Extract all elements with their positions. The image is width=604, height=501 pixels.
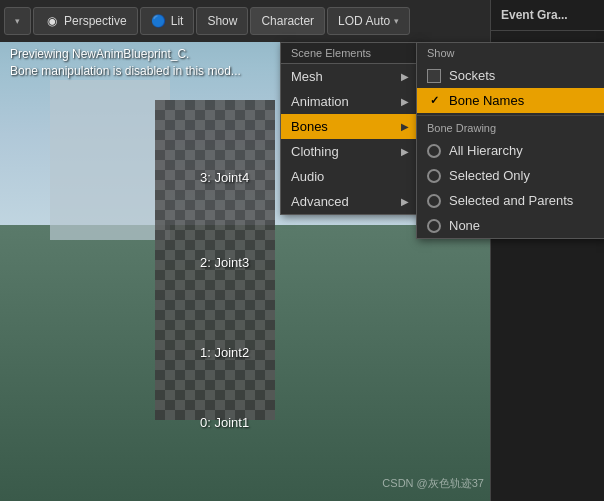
mesh-arrow-icon: ▶ [401, 71, 409, 82]
checkmark-icon: ✓ [430, 94, 439, 107]
perspective-button[interactable]: ◉ Perspective [33, 7, 138, 35]
submenu-item-bone-names[interactable]: ✓ Bone Names [417, 88, 604, 113]
joint-label-1: 1: Joint2 [200, 345, 249, 360]
sockets-checkbox[interactable] [427, 69, 441, 83]
right-panel-title: Event Gra... [491, 0, 604, 31]
bones-arrow-icon: ▶ [401, 121, 409, 132]
sockets-label: Sockets [449, 68, 495, 83]
menu-item-audio[interactable]: Audio [281, 164, 419, 189]
animation-arrow-icon: ▶ [401, 96, 409, 107]
lit-icon: 🔵 [151, 13, 167, 29]
divider-1 [417, 115, 604, 116]
menu-item-advanced[interactable]: Advanced ▶ [281, 189, 419, 214]
status-line1: Previewing NewAnimBlueprint_C. [10, 46, 241, 63]
dropdown-arrow-icon: ▾ [15, 16, 20, 26]
character-button[interactable]: Character [250, 7, 325, 35]
submenu-item-sockets[interactable]: Sockets [417, 63, 604, 88]
menu-item-bones-label: Bones [291, 119, 328, 134]
all-hierarchy-radio[interactable] [427, 144, 441, 158]
submenu-item-none[interactable]: None [417, 213, 604, 238]
joint-label-3: 3: Joint4 [200, 170, 249, 185]
toolbar: ▾ ◉ Perspective 🔵 Lit Show Character LOD… [0, 0, 490, 42]
menu-item-audio-label: Audio [291, 169, 324, 184]
selected-only-label: Selected Only [449, 168, 530, 183]
menu-item-clothing-label: Clothing [291, 144, 339, 159]
menu-item-mesh-label: Mesh [291, 69, 323, 84]
selected-and-parents-label: Selected and Parents [449, 193, 573, 208]
submenu-item-selected-and-parents[interactable]: Selected and Parents [417, 188, 604, 213]
menu-item-animation-label: Animation [291, 94, 349, 109]
lit-label: Lit [171, 14, 184, 28]
show-section-label: Show [417, 43, 604, 63]
lod-label: LOD Auto [338, 14, 390, 28]
perspective-icon: ◉ [44, 13, 60, 29]
menu-item-mesh[interactable]: Mesh ▶ [281, 64, 419, 89]
scene-menu-header: Scene Elements [281, 43, 419, 64]
bone-names-checkbox[interactable]: ✓ [427, 94, 441, 108]
submenu-item-selected-only[interactable]: Selected Only [417, 163, 604, 188]
character-label: Character [261, 14, 314, 28]
status-text: Previewing NewAnimBlueprint_C. Bone mani… [10, 46, 241, 80]
all-hierarchy-label: All Hierarchy [449, 143, 523, 158]
joint-label-0: 0: Joint1 [200, 415, 249, 430]
lit-button[interactable]: 🔵 Lit [140, 7, 195, 35]
selected-and-parents-radio[interactable] [427, 194, 441, 208]
menu-item-clothing[interactable]: Clothing ▶ [281, 139, 419, 164]
selected-only-radio[interactable] [427, 169, 441, 183]
show-label: Show [207, 14, 237, 28]
none-radio[interactable] [427, 219, 441, 233]
view-options-dropdown[interactable]: ▾ [4, 7, 31, 35]
show-button[interactable]: Show [196, 7, 248, 35]
menu-item-bones[interactable]: Bones ▶ [281, 114, 419, 139]
perspective-label: Perspective [64, 14, 127, 28]
building [50, 80, 170, 240]
lod-button[interactable]: LOD Auto ▾ [327, 7, 410, 35]
advanced-arrow-icon: ▶ [401, 196, 409, 207]
joint-label-2: 2: Joint3 [200, 255, 249, 270]
bone-names-label: Bone Names [449, 93, 524, 108]
status-line2: Bone manipulation is disabled in this mo… [10, 63, 241, 80]
lod-dropdown-arrow-icon: ▾ [394, 16, 399, 26]
menu-item-animation[interactable]: Animation ▶ [281, 89, 419, 114]
watermark: CSDN @灰色轨迹37 [382, 476, 484, 491]
clothing-arrow-icon: ▶ [401, 146, 409, 157]
bones-submenu: Show Sockets ✓ Bone Names Bone Drawing A… [416, 42, 604, 239]
submenu-item-all-hierarchy[interactable]: All Hierarchy [417, 138, 604, 163]
menu-item-advanced-label: Advanced [291, 194, 349, 209]
scene-elements-menu: Scene Elements Mesh ▶ Animation ▶ Bones … [280, 42, 420, 215]
none-label: None [449, 218, 480, 233]
bone-drawing-section-label: Bone Drawing [417, 118, 604, 138]
